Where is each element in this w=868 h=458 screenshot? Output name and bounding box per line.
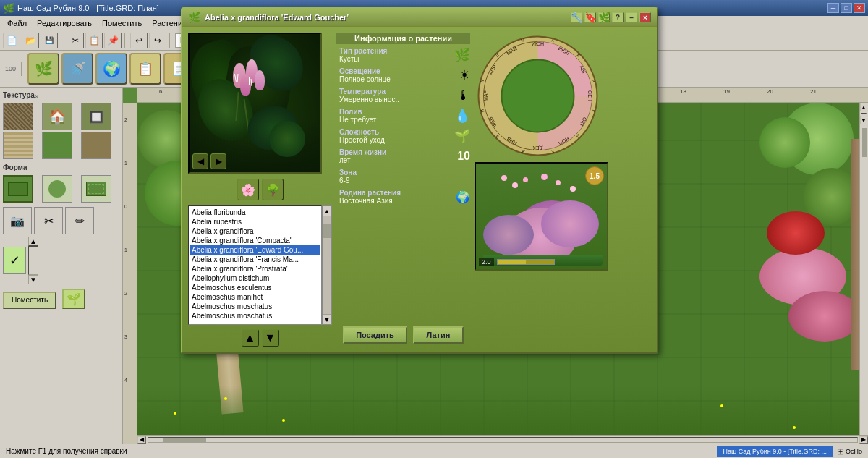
pencil-icon-btn[interactable]: ✏ xyxy=(65,207,94,234)
texture-6[interactable] xyxy=(81,132,111,159)
scroll-indicator-bottom[interactable]: ▼ xyxy=(262,329,279,347)
scroll-track-h[interactable] xyxy=(148,437,858,443)
open-button[interactable]: 📂 xyxy=(22,33,39,48)
clipboard-btn[interactable]: 📋 xyxy=(129,53,161,85)
redo-button[interactable]: ↪ xyxy=(149,33,166,48)
scroll-thumb-v[interactable] xyxy=(862,128,867,157)
scroll-top-btn[interactable]: ▲ xyxy=(860,103,867,111)
plant-list-item[interactable]: Abelia floribunda xyxy=(190,208,320,217)
plant-list-item[interactable]: Abelia x grandiflora 'Compacta' xyxy=(190,236,320,245)
place-button[interactable]: Поместить xyxy=(3,292,56,309)
menu-file[interactable]: Файл xyxy=(3,17,31,29)
watering-btn[interactable]: 🚿 xyxy=(61,53,93,85)
plant-list-item[interactable]: Abelia x grandiflora 'Edward Gou... xyxy=(190,245,320,255)
scroll-thumb-h[interactable] xyxy=(163,438,206,443)
plant-list-item[interactable]: Abelia x grandiflora xyxy=(190,226,320,236)
ruler-v-m4: 4 xyxy=(124,378,127,383)
prev-plant-btn[interactable]: ◀ xyxy=(192,153,208,169)
dialog-action-buttons: Посадить Латин xyxy=(336,323,470,347)
plant-list-item[interactable]: Abelia x grandiflora 'Prostrata' xyxy=(190,264,320,273)
scroll-down-btn[interactable]: ▼ xyxy=(28,275,38,284)
zone-label: Зона xyxy=(339,169,470,177)
texture-4[interactable] xyxy=(3,132,33,159)
scroll-track-v[interactable] xyxy=(861,113,867,114)
menu-place[interactable]: Поместить xyxy=(98,17,146,29)
paste-button[interactable]: 📌 xyxy=(104,33,122,48)
list-scroll-down[interactable]: ▼ xyxy=(323,314,331,324)
shape-2[interactable] xyxy=(42,175,72,203)
dialog-help-btn[interactable]: ? xyxy=(612,12,624,22)
origin-value: Восточная Азия xyxy=(339,197,401,205)
temp-value: Умеренно вынос.. xyxy=(339,96,399,103)
ruler-h-18: 18 xyxy=(680,88,686,95)
plant-list-item[interactable]: Abelia x grandiflora 'Francis Ma... xyxy=(190,255,320,264)
dialog-min-btn[interactable]: – xyxy=(626,12,637,22)
ruler-vertical: 2 1 0 1 2 3 4 xyxy=(123,103,137,444)
dialog-close-btn[interactable]: × xyxy=(639,12,651,22)
texture-panel-close[interactable]: × xyxy=(35,93,39,101)
menu-edit[interactable]: Редактировать xyxy=(33,17,96,29)
camera-icon-btn[interactable]: 📷 xyxy=(3,207,32,234)
scroll-right-btn[interactable]: ▶ xyxy=(859,436,868,444)
shape-1[interactable] xyxy=(3,175,33,203)
save-button[interactable]: 💾 xyxy=(41,33,58,48)
plant-catalog-btn[interactable]: 🌿 xyxy=(27,53,59,85)
restore-button[interactable]: □ xyxy=(841,3,852,13)
yellow-scatter-1 xyxy=(174,412,176,415)
complexity-value: Простой уход xyxy=(339,136,385,144)
plant-list-item[interactable]: Abelia rupestris xyxy=(190,217,320,226)
window-controls: ─ □ ✕ xyxy=(827,3,865,13)
window-title: Наш Сад Рубин 9.0 - [Title.GRD: План] xyxy=(17,4,159,12)
scroll-bottom-btn[interactable]: ▼ xyxy=(860,116,867,124)
dialog-title-controls: 🔧 🔖 🌿 ? – × xyxy=(571,12,651,22)
origin-row: Родина растения Восточная Азия 🌍 xyxy=(336,189,470,205)
list-scroll-track[interactable] xyxy=(323,216,331,314)
dialog-right-section: ИЮН ИЮЛ АВГ СЕН ОКТ НОЯ ДЕК ЯНВ ФЕВ МАР … xyxy=(475,33,612,347)
shape-3[interactable] xyxy=(81,175,111,203)
dialog-btn-1[interactable]: 🔧 xyxy=(571,12,582,22)
undo-button[interactable]: ↩ xyxy=(130,33,148,48)
plant-list-item[interactable]: Abelmoschus manihot xyxy=(190,292,320,302)
dialog-center-section: Информация о растении Тип растения Кусты… xyxy=(336,33,470,347)
list-scroll-up[interactable]: ▲ xyxy=(323,206,331,216)
texture-5[interactable] xyxy=(42,132,72,159)
world-map-btn[interactable]: 🌍 xyxy=(95,53,127,85)
ruler-h-20: 20 xyxy=(767,88,773,95)
plant-button[interactable]: Посадить xyxy=(343,326,407,344)
scissor-icon-btn[interactable]: ✂ xyxy=(34,207,63,234)
close-button[interactable]: ✕ xyxy=(854,3,865,13)
bloom-calendar: ИЮН ИЮЛ АВГ СЕН ОКТ НОЯ ДЕК ЯНВ ФЕВ МАР … xyxy=(475,33,601,159)
copy-button[interactable]: 📋 xyxy=(85,33,103,48)
place-icon[interactable]: 🌱 xyxy=(62,289,85,309)
texture-2[interactable]: 🏠 xyxy=(42,103,72,130)
lifetime-value: 10 xyxy=(457,150,470,163)
complexity-icon: 🌱 xyxy=(454,128,470,144)
plant-list-item[interactable]: Abelmoschus esculentus xyxy=(190,283,320,292)
latin-button[interactable]: Латин xyxy=(413,326,464,344)
scroll-up-btn[interactable]: ▲ xyxy=(28,237,38,246)
next-plant-btn[interactable]: ▶ xyxy=(210,153,226,169)
texture-1[interactable] xyxy=(3,103,33,130)
plant-list: Abelia floribundaAbelia rupestrisAbelia … xyxy=(188,205,322,325)
texture-3[interactable]: 🔲 xyxy=(81,103,111,130)
taskbar-item[interactable]: Наш Сад Рубин 9.0 - [Title.GRD: ... xyxy=(717,446,833,457)
list-scroll-thumb[interactable] xyxy=(323,224,331,238)
water-icon: 💧 xyxy=(454,108,470,124)
scroll-left-btn[interactable]: ◀ xyxy=(137,436,146,444)
garden-scrollbar-vertical[interactable]: ▲ ▼ xyxy=(859,103,868,435)
svg-point-2 xyxy=(502,60,574,132)
svg-text:ИЮН: ИЮН xyxy=(532,41,544,46)
new-button[interactable]: 📄 xyxy=(3,33,20,48)
plant-list-item[interactable]: Abelmoschus moschatus xyxy=(190,311,320,321)
dialog-btn-2[interactable]: 🔖 xyxy=(584,12,596,22)
plant-list-item[interactable]: Abelmoschus moschatus xyxy=(190,302,320,311)
scroll-indicator-top[interactable]: ▲ xyxy=(242,329,259,347)
check-icon-btn[interactable]: ✓ xyxy=(3,247,26,274)
cut-button[interactable]: ✂ xyxy=(67,33,84,48)
dialog-btn-3[interactable]: 🌿 xyxy=(598,12,610,22)
garden-scrollbar-horizontal[interactable]: ◀ ▶ xyxy=(137,435,868,444)
tree-icon-btn[interactable]: 🌳 xyxy=(262,179,284,200)
minimize-button[interactable]: ─ xyxy=(827,3,839,13)
flower-icon-btn[interactable]: 🌸 xyxy=(237,179,259,200)
plant-list-item[interactable]: Abeliophyllum distichum xyxy=(190,273,320,283)
